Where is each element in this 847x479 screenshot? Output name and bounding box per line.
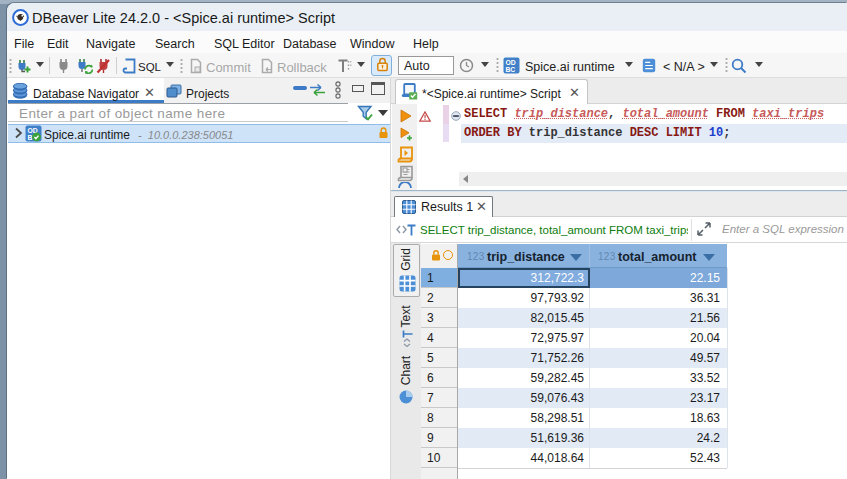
svg-text:OD: OD xyxy=(505,59,515,66)
svg-text:B: B xyxy=(27,134,32,141)
svg-text:BC: BC xyxy=(505,66,515,73)
